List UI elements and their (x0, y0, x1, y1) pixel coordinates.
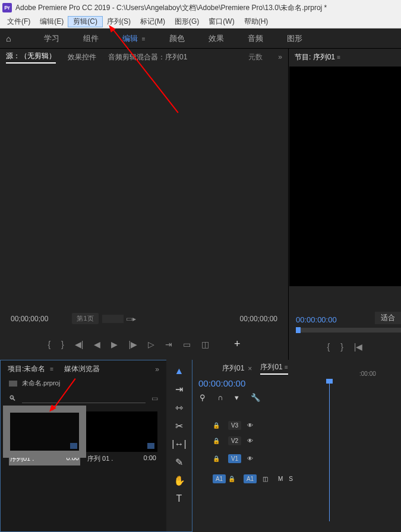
bin-item-1[interactable]: 序列01 .0:00 (9, 411, 80, 466)
solo-s[interactable]: S (289, 476, 293, 482)
fwd-icon[interactable]: |▶ (128, 340, 137, 349)
program-fit[interactable]: 适合 (375, 312, 401, 324)
prog-mark-in-icon[interactable]: { (327, 342, 330, 352)
project-filename[interactable]: 未命名.prproj (22, 379, 60, 388)
timeline-ruler[interactable]: :00:00 (336, 370, 401, 377)
program-timecode[interactable]: 00:00:00:00 (296, 315, 337, 324)
back-icon[interactable]: ◀ (94, 340, 100, 349)
track-label[interactable]: V2 (228, 436, 241, 445)
eye-icon[interactable]: 👁 (247, 438, 257, 444)
source-page[interactable]: 第1页 (72, 313, 98, 324)
view-toggle-icon[interactable]: ▭ (151, 394, 158, 403)
audio-source-label[interactable]: A1 (213, 474, 226, 483)
program-monitor[interactable] (289, 66, 401, 286)
source-tc-left[interactable]: 00;00;00;00 (11, 315, 48, 323)
tab-audio-mixer[interactable]: 音频剪辑混合器：序列01 (108, 52, 187, 62)
menu-clip[interactable]: 剪辑(C) (68, 17, 102, 27)
bin-item-2[interactable]: 序列 01 .0:00 (86, 411, 157, 466)
overwrite-icon[interactable]: ▭ (183, 340, 191, 349)
pen-tool-icon[interactable]: ✎ (175, 457, 183, 468)
menu-sequence[interactable]: 序列(S) (102, 17, 135, 27)
menu-help[interactable]: 帮助(H) (239, 17, 273, 27)
tab-effect-controls[interactable]: 效果控件 (68, 52, 96, 62)
lower-row: 项目:未命名 ≡ 媒体浏览器 » 未命名.prproj 🔍︎ ▭ 序列01 .0… (0, 360, 401, 532)
source-page-ctrl[interactable] (102, 315, 124, 323)
home-icon[interactable]: ⌂ (6, 34, 20, 43)
linked-sel-icon[interactable]: ∩ (217, 393, 223, 402)
tab-program[interactable]: 节目: 序列01 ≡ (289, 49, 401, 66)
prog-step-back-icon[interactable]: |◀ (354, 342, 363, 352)
selection-tool-icon[interactable]: ▲ (175, 366, 184, 376)
ws-color[interactable]: 颜色 (169, 33, 185, 44)
step-back-icon[interactable]: ◀| (75, 340, 84, 349)
razor-tool-icon[interactable]: ✂ (175, 420, 183, 432)
source-icon-a[interactable]: ▭▸ (126, 315, 136, 323)
tab-sequence-2[interactable]: 序列01 ≡ (260, 362, 288, 375)
ws-audio[interactable]: 音频 (248, 33, 263, 44)
tab-sequence-1[interactable]: 序列01 (222, 363, 244, 373)
lock-icon[interactable]: 🔒 (228, 476, 238, 482)
panel-menu-icon[interactable]: » (155, 365, 159, 373)
menu-marker[interactable]: 标记(M) (135, 17, 170, 27)
type-tool-icon[interactable]: T (176, 493, 182, 504)
bin-dur: 0:00 (67, 454, 79, 463)
step-fwd-icon[interactable]: ▷ (148, 340, 154, 349)
track-v1[interactable]: 🔒 V1 👁 (213, 449, 401, 468)
track-label[interactable]: A1 (244, 474, 257, 483)
track-a1[interactable]: A1 🔒 A1 ◫ M S (213, 469, 401, 488)
lock-icon[interactable]: 🔒 (213, 422, 222, 429)
menu-graphic[interactable]: 图形(G) (170, 17, 204, 27)
ripple-tool-icon[interactable]: ⇿ (175, 402, 183, 413)
tab-project[interactable]: 项目:未命名 (8, 364, 45, 374)
marker-add-icon[interactable]: ▾ (235, 393, 239, 402)
lock-icon[interactable]: 🔒 (213, 455, 222, 462)
tab-media-browser[interactable]: 媒体浏览器 (64, 364, 100, 374)
add-button-icon[interactable]: + (234, 338, 241, 350)
ws-assembly[interactable]: 组件 (83, 33, 99, 44)
track-v2[interactable]: 🔒 V2 👁 (213, 433, 401, 448)
mark-in-icon[interactable]: { (48, 340, 50, 349)
burger-icon[interactable]: ≡ (50, 366, 53, 372)
eye-icon[interactable]: 👁 (247, 422, 257, 429)
ws-editing[interactable]: 编辑 ≡ (122, 33, 146, 44)
slip-tool-icon[interactable]: |↔| (172, 439, 186, 449)
workspace-bar: ⌂ 学习 组件 编辑 ≡ 颜色 效果 音频 图形 (0, 28, 401, 49)
eye-icon[interactable]: 👁 (247, 455, 257, 462)
bin-thumb[interactable] (86, 411, 157, 452)
ws-graphics[interactable]: 图形 (287, 33, 302, 44)
export-frame-icon[interactable]: ◫ (201, 340, 209, 349)
hand-tool-icon[interactable]: ✋ (173, 475, 185, 486)
menu-file[interactable]: 文件(F) (2, 17, 35, 27)
ws-effects[interactable]: 效果 (209, 33, 224, 44)
tab-metadata[interactable]: 元数 (248, 52, 263, 62)
search-input[interactable] (22, 394, 146, 403)
menubar: 文件(F) 编辑(E) 剪辑(C) 序列(S) 标记(M) 图形(G) 窗口(W… (0, 15, 401, 28)
playhead-thumb[interactable] (296, 327, 301, 333)
track-select-tool-icon[interactable]: ⇥ (175, 384, 183, 395)
program-slider[interactable] (296, 328, 401, 332)
track-v3[interactable]: 🔒 V3 👁 (213, 418, 401, 432)
search-icon[interactable]: 🔍︎ (9, 394, 16, 403)
bin-thumb[interactable] (9, 411, 80, 452)
lock-icon[interactable]: 🔒 (213, 438, 222, 444)
close-icon[interactable]: × (248, 365, 252, 373)
tracks: 🔒 V3 👁 🔒 V2 👁 🔒 V1 👁 A1 🔒 A1 ◫ M S (213, 418, 401, 489)
mute-icon[interactable]: ◫ (263, 476, 272, 482)
track-label[interactable]: V3 (228, 421, 241, 430)
mute-m[interactable]: M (278, 476, 283, 482)
source-tc-right[interactable]: 00;00;00;00 (240, 315, 277, 323)
menu-window[interactable]: 窗口(W) (204, 17, 239, 27)
mark-out-icon[interactable]: } (61, 340, 64, 349)
play-icon[interactable]: ▶ (111, 340, 118, 349)
menu-edit[interactable]: 编辑(E) (35, 17, 68, 27)
project-bins: 序列01 .0:00 序列 01 .0:00 (3, 406, 164, 471)
snap-icon[interactable]: ⚲ (200, 393, 206, 402)
ws-learn[interactable]: 学习 (44, 33, 59, 44)
insert-icon[interactable]: ⇥ (165, 340, 172, 349)
panel-menu-icon[interactable]: » (278, 53, 282, 61)
timeline-timecode[interactable]: 00:00:00:00 (192, 377, 401, 390)
tab-source-noclip[interactable]: 源：（无剪辑） (6, 51, 56, 64)
track-label[interactable]: V1 (228, 454, 241, 463)
prog-mark-out-icon[interactable]: } (340, 342, 343, 352)
settings-icon[interactable]: 🔧 (251, 393, 260, 402)
